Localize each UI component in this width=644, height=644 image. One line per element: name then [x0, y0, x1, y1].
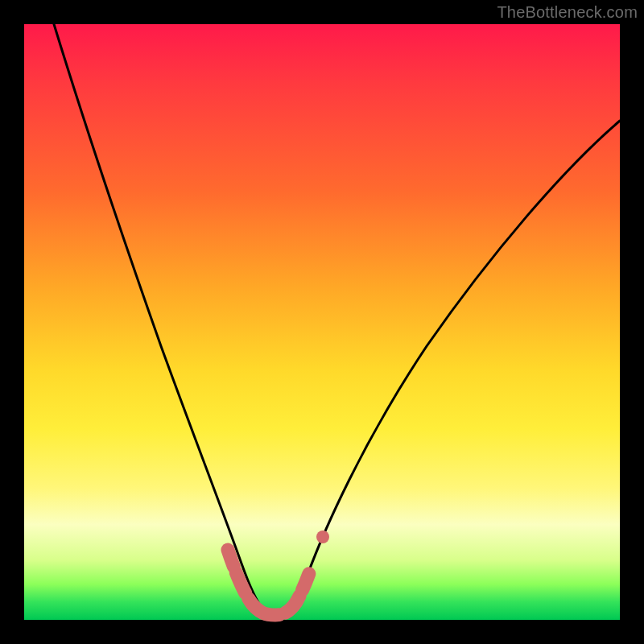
chart-frame: TheBottleneck.com [0, 0, 644, 644]
chart-plot-area [24, 24, 620, 620]
highlight-dot [316, 530, 329, 543]
bottleneck-curve [54, 24, 620, 613]
watermark-text: TheBottleneck.com [497, 3, 638, 22]
chart-svg [24, 24, 620, 620]
